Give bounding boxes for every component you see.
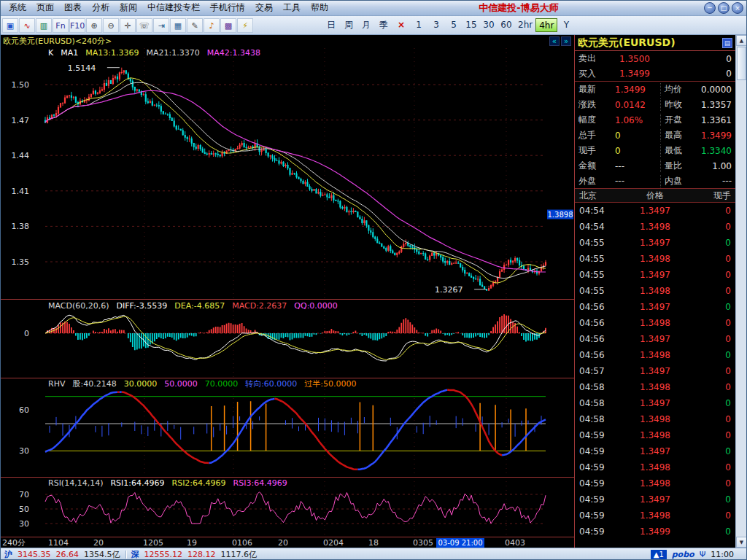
scroll-up-button[interactable]: ▲ (736, 35, 747, 46)
minimize-button[interactable]: ─ (704, 2, 716, 14)
crosshair-icon[interactable]: ✛ (120, 18, 136, 33)
tick-cell: 0 (684, 494, 731, 505)
menu-item-6[interactable]: 中信建投专栏 (142, 0, 205, 15)
tick-row[interactable]: 04:561.34970 (575, 299, 735, 315)
period-button-日[interactable]: 日 (322, 18, 340, 32)
period-button-4hr[interactable]: 4hr (535, 18, 557, 32)
toolbar: ▣∿▥FnF10⊕⊖✛☏⇥▦✎♪▩⚡ 日周月季×1351530602hr4hrY (0, 16, 747, 35)
quote-cell: 1.3357 (700, 100, 732, 110)
period-button-月[interactable]: 月 (357, 18, 375, 32)
menu-item-9[interactable]: 工具 (278, 0, 306, 15)
tick-row[interactable]: 04:581.34980 (575, 411, 735, 427)
tick-row[interactable]: 04:551.34970 (575, 267, 735, 283)
period-button-30[interactable]: 30 (480, 18, 498, 32)
edit-icon[interactable]: ✎ (187, 18, 203, 33)
tick-row[interactable]: 04:591.34980 (575, 508, 735, 524)
grid-table-icon[interactable]: ▦ (170, 18, 186, 33)
tick-row[interactable]: 04:551.34980 (575, 283, 735, 299)
line-chart-icon[interactable]: ∿ (19, 18, 35, 33)
menu-item-7[interactable]: 手机行情 (205, 0, 250, 15)
fn-indicator-icon[interactable]: Fn (53, 18, 69, 33)
period-button-1[interactable]: 1 (410, 18, 427, 32)
close-button[interactable]: × (732, 2, 743, 14)
tick-row[interactable]: 04:551.34970 (575, 235, 735, 251)
tick-row[interactable]: 04:581.34970 (575, 395, 735, 411)
tick-row[interactable]: 04:561.34980 (575, 315, 735, 331)
period-button-×[interactable]: × (392, 18, 410, 32)
menu-item-1[interactable]: 系统 (4, 0, 31, 15)
tick-row[interactable]: 04:591.34970 (575, 491, 735, 508)
pan-right-button[interactable]: » (561, 36, 571, 46)
tick-row[interactable]: 04:591.34980 (575, 427, 735, 443)
menu-item-2[interactable]: 页面 (31, 0, 59, 15)
zoom-out-icon[interactable]: ⊖ (103, 18, 119, 33)
lightning-icon[interactable]: ⚡ (237, 18, 253, 33)
quote-pair-row: 金额---量比1.00 (575, 158, 735, 174)
menu-item-4[interactable]: 分析 (87, 0, 115, 15)
quote-cell: --- (615, 161, 660, 171)
chart-canvas[interactable]: 1.501.471.441.411.381.351.51441.3267KMA1… (0, 47, 574, 548)
period-button-2hr[interactable]: 2hr (515, 18, 535, 32)
alarm-icon[interactable]: ♪ (204, 18, 220, 33)
f10-info-icon[interactable]: F10 (69, 18, 85, 33)
quote-cell: 金额 (578, 160, 615, 172)
menu-bar: 系统页面图表分析新闻中信建投专栏手机行情交易工具帮助 (4, 0, 333, 15)
tick-cell: 1.3497 (626, 302, 684, 312)
quote-cell: --- (615, 176, 660, 186)
app-window: 系统页面图表分析新闻中信建投专栏手机行情交易工具帮助 中信建投-博易大师 ─□×… (0, 0, 747, 560)
tick-cell: 04:58 (579, 398, 626, 408)
tick-row[interactable]: 04:541.34970 (575, 203, 735, 219)
rhv-axis-label: 30 (19, 446, 29, 456)
period-button-3[interactable]: 3 (427, 18, 445, 32)
menu-item-5[interactable]: 新闻 (115, 0, 142, 15)
quote-panel-title-row: 欧元美元(EURUSD) ▤ (575, 35, 735, 51)
scrollbar[interactable]: ▲ ▼ (735, 35, 747, 548)
period-button-周[interactable]: 周 (340, 18, 357, 32)
menu-item-8[interactable]: 交易 (250, 0, 278, 15)
app-window-icon[interactable]: ▣ (2, 18, 18, 33)
signal-icon: Ψ (700, 550, 706, 559)
quote-pair-row: 外盘---内盘--- (575, 174, 735, 189)
tick-cell: 1.3498 (626, 318, 684, 328)
zoom-in-icon[interactable]: ⊕ (86, 18, 102, 33)
quote-cell: 开盘 (660, 114, 700, 126)
tick-cell: 0 (684, 366, 731, 376)
maximize-button[interactable]: □ (718, 2, 729, 14)
chart-area: 欧元美元(EURUSD)<240分> «» 1.501.471.441.411.… (0, 35, 574, 548)
quote-cell: 量比 (660, 160, 700, 172)
palette-icon[interactable]: ▩ (220, 18, 236, 33)
phone-quote-icon[interactable]: ☏ (136, 18, 152, 33)
sh-amount: 1354.5亿 (84, 549, 120, 560)
pan-left-button[interactable]: « (549, 36, 560, 46)
period-button-60[interactable]: 60 (498, 18, 515, 32)
quote-panel-menu-button[interactable]: ▤ (722, 38, 732, 48)
quote-rows: 卖出1.35000买入1.34990最新1.3499均价0.0000涨跌0.01… (575, 51, 735, 189)
tick-cell: 0 (684, 398, 731, 408)
period-button-5[interactable]: 5 (445, 18, 462, 32)
tick-cell: 0 (684, 318, 731, 328)
tick-row[interactable]: 04:591.34980 (575, 459, 735, 475)
candle-chart-icon[interactable]: ▥ (36, 18, 52, 33)
export-icon[interactable]: ⇥ (153, 18, 169, 33)
tick-row[interactable]: 04:561.34980 (575, 347, 735, 363)
quote-cell: 0.0142 (615, 100, 660, 110)
menu-item-3[interactable]: 图表 (59, 0, 87, 15)
tick-row[interactable]: 04:591.34980 (575, 475, 735, 491)
tick-row[interactable]: 04:591.34970 (575, 443, 735, 459)
scroll-thumb[interactable] (737, 47, 746, 80)
scroll-track[interactable] (736, 81, 747, 537)
period-button-15[interactable]: 15 (462, 18, 480, 32)
period-button-Y[interactable]: Y (557, 18, 575, 32)
tick-row[interactable]: 04:581.34980 (575, 379, 735, 395)
tick-row[interactable]: 04:571.34970 (575, 363, 735, 379)
scroll-down-button[interactable]: ▼ (736, 537, 747, 548)
app-title: 中信建投-博易大师 (333, 1, 704, 15)
tick-cell: 04:58 (579, 414, 626, 424)
tick-row[interactable]: 04:561.34970 (575, 331, 735, 347)
menu-item-10[interactable]: 帮助 (306, 0, 333, 15)
tick-row[interactable]: 04:591.34990 (575, 524, 735, 540)
tick-row[interactable]: 04:541.34980 (575, 219, 735, 235)
period-button-季[interactable]: 季 (375, 18, 392, 32)
tick-cell: 1.3498 (626, 222, 684, 232)
tick-row[interactable]: 04:551.34980 (575, 251, 735, 267)
